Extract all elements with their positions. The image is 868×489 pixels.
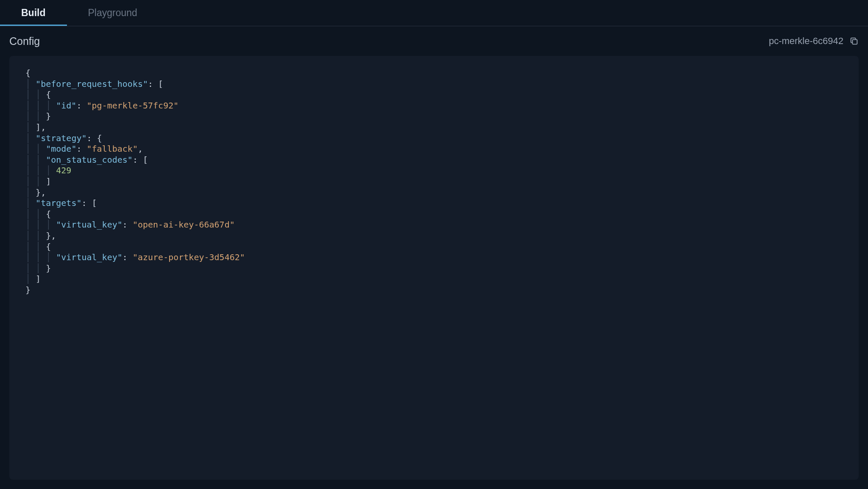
code-value: "fallback" bbox=[87, 144, 138, 154]
code-value: 429 bbox=[56, 165, 71, 175]
code-key: "before_request_hooks" bbox=[36, 79, 148, 89]
code-key: "strategy" bbox=[36, 133, 86, 143]
svg-rect-0 bbox=[852, 39, 857, 44]
code-panel: { │ "before_request_hooks": [ │ │ { │ │ … bbox=[9, 56, 859, 480]
code-key: "id" bbox=[56, 100, 76, 111]
code-key: "targets" bbox=[36, 198, 81, 208]
code-key: "on_status_codes" bbox=[46, 155, 133, 165]
copy-icon[interactable] bbox=[849, 36, 859, 46]
code-value: "open-ai-key-66a67d" bbox=[133, 219, 235, 230]
tab-playground[interactable]: Playground bbox=[67, 0, 159, 26]
page-title: Config bbox=[9, 35, 40, 47]
tab-build[interactable]: Build bbox=[0, 0, 67, 26]
config-id: pc-merkle-6c6942 bbox=[769, 36, 843, 47]
code-key: "virtual_key" bbox=[56, 219, 122, 230]
code-key: "mode" bbox=[46, 144, 76, 154]
subheader-right: pc-merkle-6c6942 bbox=[769, 36, 859, 47]
tab-playground-label: Playground bbox=[88, 7, 137, 19]
tab-build-label: Build bbox=[21, 7, 46, 19]
code-value: "azure-portkey-3d5462" bbox=[133, 252, 245, 262]
tab-bar: Build Playground bbox=[0, 0, 868, 26]
code-block[interactable]: { │ "before_request_hooks": [ │ │ { │ │ … bbox=[25, 68, 843, 295]
code-value: "pg-merkle-57fc92" bbox=[87, 100, 179, 111]
subheader: Config pc-merkle-6c6942 bbox=[0, 26, 868, 56]
code-key: "virtual_key" bbox=[56, 252, 122, 262]
